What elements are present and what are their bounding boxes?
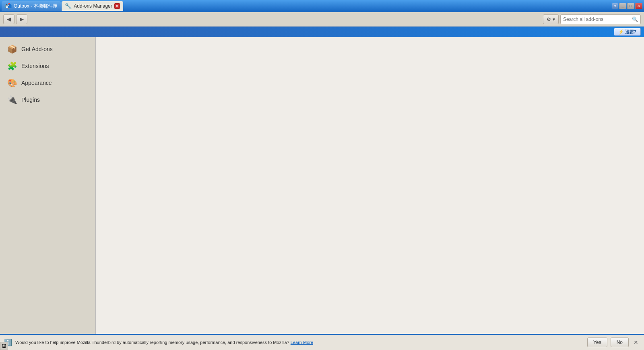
extensions-icon: 🧩 bbox=[7, 61, 17, 71]
sidebar-item-extensions[interactable]: 🧩 Extensions bbox=[2, 58, 93, 74]
bottom-left-icon: 🖼 bbox=[0, 342, 8, 350]
sidebar-item-label-extensions: Extensions bbox=[21, 63, 49, 69]
minimize-button[interactable]: _ bbox=[619, 3, 626, 9]
banner-button[interactable]: ⚡ 迅雷7 bbox=[614, 28, 641, 36]
tab-outbox-label: Outbox - 本機郵件匣 bbox=[14, 3, 58, 10]
plugins-icon: 🔌 bbox=[7, 95, 17, 105]
status-close-button[interactable]: ✕ bbox=[632, 338, 640, 346]
status-info-text: Would you like to help improve Mozilla T… bbox=[15, 340, 289, 345]
restore-button[interactable]: □ bbox=[627, 3, 634, 9]
tab-addons-label: Add-ons Manager bbox=[74, 3, 112, 9]
sidebar: 📦 Get Add-ons 🧩 Extensions 🎨 Appearance … bbox=[0, 37, 96, 334]
gear-icon: ⚙ bbox=[547, 16, 551, 22]
banner: ⚡ 迅雷7 bbox=[0, 27, 644, 37]
search-icon: 🔍 bbox=[632, 16, 638, 22]
sidebar-item-plugins[interactable]: 🔌 Plugins bbox=[2, 92, 93, 108]
sidebar-item-label-appearance: Appearance bbox=[21, 80, 52, 86]
addons-icon: 🔧 bbox=[65, 3, 72, 9]
content-area bbox=[96, 37, 644, 334]
yes-button[interactable]: Yes bbox=[587, 338, 607, 347]
get-addons-icon: 📦 bbox=[7, 44, 17, 54]
titlebar-dropdown-button[interactable]: ▾ bbox=[612, 3, 618, 9]
toolbar: ◀ ▶ ⚙ ▾ 🔍 bbox=[0, 12, 644, 27]
search-input[interactable] bbox=[563, 16, 630, 22]
main-area: 📦 Get Add-ons 🧩 Extensions 🎨 Appearance … bbox=[0, 37, 644, 334]
no-button[interactable]: No bbox=[611, 338, 629, 347]
titlebar: 📬 Outbox - 本機郵件匣 🔧 Add-ons Manager ✕ ▾ _… bbox=[0, 0, 644, 12]
sidebar-item-get-addons[interactable]: 📦 Get Add-ons bbox=[2, 41, 93, 57]
status-message: Would you like to help improve Mozilla T… bbox=[15, 340, 584, 345]
gear-dropdown-icon: ▾ bbox=[553, 16, 555, 22]
sidebar-item-label-get-addons: Get Add-ons bbox=[21, 46, 53, 52]
statusbar: ℹ️ Would you like to help improve Mozill… bbox=[0, 334, 644, 350]
tab-outbox[interactable]: 📬 Outbox - 本機郵件匣 bbox=[2, 1, 61, 11]
outbox-icon: 📬 bbox=[5, 3, 12, 9]
sidebar-item-appearance[interactable]: 🎨 Appearance bbox=[2, 75, 93, 91]
banner-label: ⚡ 迅雷7 bbox=[618, 29, 636, 35]
tab-close-button[interactable]: ✕ bbox=[114, 3, 120, 9]
search-box: 🔍 bbox=[560, 14, 641, 24]
close-button[interactable]: ✕ bbox=[635, 3, 642, 9]
learn-more-link[interactable]: Learn More bbox=[291, 340, 313, 345]
forward-button[interactable]: ▶ bbox=[16, 14, 27, 24]
tab-addons[interactable]: 🔧 Add-ons Manager ✕ bbox=[62, 1, 123, 11]
gear-menu-button[interactable]: ⚙ ▾ bbox=[543, 14, 559, 24]
appearance-icon: 🎨 bbox=[7, 78, 17, 88]
back-button[interactable]: ◀ bbox=[3, 14, 14, 24]
sidebar-item-label-plugins: Plugins bbox=[21, 97, 40, 103]
